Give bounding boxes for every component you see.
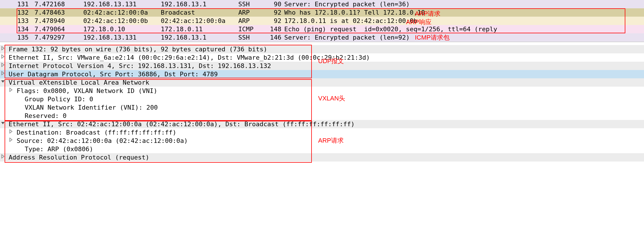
detail-row[interactable]: Address Resolution Protocol (request)	[0, 153, 644, 162]
packet-info: Server: Encrypted packet (len=92)	[284, 33, 644, 42]
packet-destination: 02:42:ac:12:00:0a	[161, 17, 238, 25]
packet-time: 7.479297	[34, 33, 83, 42]
detail-text: Internet Protocol Version 4, Src: 192.16…	[9, 62, 271, 70]
expand-icon[interactable]	[1, 154, 7, 161]
packet-row[interactable]: 1337.47894002:42:ac:12:00:0b02:42:ac:12:…	[0, 17, 644, 25]
packet-info: Who has 172.18.0.11? Tell 172.18.0.10	[284, 8, 644, 17]
collapse-icon[interactable]	[1, 79, 7, 86]
expand-icon[interactable]	[1, 63, 7, 69]
detail-row[interactable]: User Datagram Protocol, Src Port: 36886,…	[0, 70, 644, 78]
detail-row[interactable]: Group Policy ID: 0	[0, 95, 644, 103]
packet-protocol: ARP	[238, 17, 270, 25]
packet-info: Echo (ping) request id=0x0020, seq=1/256…	[284, 25, 644, 33]
svg-marker-2	[2, 63, 4, 67]
packet-protocol: SSH	[238, 0, 270, 8]
packet-row[interactable]: 1357.479297192.168.13.131192.168.13.1SSH…	[0, 33, 644, 42]
detail-row[interactable]: Internet Protocol Version 4, Src: 192.16…	[0, 62, 644, 70]
packet-row[interactable]: 1317.472168192.168.13.131192.168.13.1SSH…	[0, 0, 644, 8]
svg-marker-8	[10, 138, 12, 141]
detail-text: Group Policy ID: 0	[25, 95, 93, 103]
detail-text: Ethernet II, Src: VMware_6a:e2:14 (00:0c…	[9, 53, 370, 62]
packet-details-pane[interactable]: Frame 132: 92 bytes on wire (736 bits), …	[0, 42, 644, 162]
packet-source: 192.168.13.131	[83, 33, 161, 42]
packet-time: 7.478940	[34, 17, 83, 25]
packet-no: 134	[17, 25, 34, 33]
packet-source: 172.18.0.10	[83, 25, 161, 33]
detail-row[interactable]: Ethernet II, Src: VMware_6a:e2:14 (00:0c…	[0, 53, 644, 62]
detail-row[interactable]: Flags: 0x0800, VXLAN Network ID (VNI)	[0, 87, 644, 95]
packet-destination: Broadcast	[161, 8, 238, 17]
detail-row[interactable]: Type: ARP (0x0806)	[0, 145, 644, 153]
packet-row[interactable]: 1327.47846302:42:ac:12:00:0aBroadcastARP…	[0, 8, 644, 17]
packet-source: 02:42:ac:12:00:0a	[83, 8, 161, 17]
detail-row[interactable]: Virtual eXtensible Local Area Network	[0, 78, 644, 87]
expand-icon[interactable]	[9, 129, 16, 136]
detail-text: Reserved: 0	[25, 112, 67, 120]
packet-protocol: SSH	[238, 33, 270, 42]
packet-length: 148	[270, 25, 284, 33]
detail-text: Frame 132: 92 bytes on wire (736 bits), …	[9, 45, 267, 53]
detail-row[interactable]: Source: 02:42:ac:12:00:0a (02:42:ac:12:0…	[0, 137, 644, 145]
packet-length: 146	[270, 33, 284, 42]
packet-protocol: ARP	[238, 8, 270, 17]
packet-destination: 172.18.0.11	[161, 25, 238, 33]
indent-spacer	[17, 96, 24, 103]
indent-spacer	[17, 112, 24, 119]
expand-icon[interactable]	[9, 88, 16, 94]
packet-no: 131	[17, 0, 34, 8]
svg-marker-9	[2, 155, 4, 158]
packet-list[interactable]: 1317.472168192.168.13.131192.168.13.1SSH…	[0, 0, 644, 42]
detail-row[interactable]: VXLAN Network Identifier (VNI): 200	[0, 103, 644, 112]
svg-marker-1	[2, 55, 4, 58]
collapse-icon[interactable]	[1, 121, 7, 128]
detail-row[interactable]: Frame 132: 92 bytes on wire (736 bits), …	[0, 45, 644, 53]
svg-marker-6	[1, 122, 5, 124]
packet-info: Server: Encrypted packet (len=36)	[284, 0, 644, 8]
svg-marker-0	[2, 46, 4, 50]
packet-length: 92	[270, 17, 284, 25]
detail-row[interactable]: Reserved: 0	[0, 112, 644, 120]
packet-source: 02:42:ac:12:00:0b	[83, 17, 161, 25]
detail-text: Destination: Broadcast (ff:ff:ff:ff:ff:f…	[17, 128, 176, 137]
packet-protocol: ICMP	[238, 25, 270, 33]
packet-row[interactable]: 1347.479064172.18.0.10172.18.0.11ICMP148…	[0, 25, 644, 33]
expand-icon[interactable]	[9, 137, 16, 144]
svg-marker-5	[10, 88, 12, 92]
packet-time: 7.478463	[34, 8, 83, 17]
detail-text: VXLAN Network Identifier (VNI): 200	[25, 103, 158, 112]
detail-text: Type: ARP (0x0806)	[25, 145, 93, 153]
packet-source: 192.168.13.131	[83, 0, 161, 8]
expand-icon[interactable]	[1, 71, 7, 78]
detail-text: Ethernet II, Src: 02:42:ac:12:00:0a (02:…	[9, 120, 355, 128]
detail-text: Flags: 0x0800, VXLAN Network ID (VNI)	[17, 87, 157, 95]
detail-text: Address Resolution Protocol (request)	[9, 153, 149, 162]
indent-spacer	[17, 146, 24, 153]
packet-length: 90	[270, 0, 284, 8]
svg-marker-3	[2, 71, 4, 75]
packet-no: 132	[17, 8, 34, 17]
detail-text: User Datagram Protocol, Src Port: 36886,…	[9, 70, 218, 78]
packet-no: 135	[17, 33, 34, 42]
packet-time: 7.479064	[34, 25, 83, 33]
packet-destination: 192.168.13.1	[161, 0, 238, 8]
packet-no: 133	[17, 17, 34, 25]
packet-time: 7.472168	[34, 0, 83, 8]
detail-text: Source: 02:42:ac:12:00:0a (02:42:ac:12:0…	[17, 137, 188, 145]
detail-text: Virtual eXtensible Local Area Network	[9, 78, 149, 87]
expand-icon[interactable]	[1, 54, 7, 61]
packet-info: 172.18.0.11 is at 02:42:ac:12:00:0b	[284, 17, 644, 25]
detail-row[interactable]: Ethernet II, Src: 02:42:ac:12:00:0a (02:…	[0, 120, 644, 128]
expand-icon[interactable]	[1, 46, 7, 53]
detail-row[interactable]: Destination: Broadcast (ff:ff:ff:ff:ff:f…	[0, 128, 644, 137]
packet-destination: 192.168.13.1	[161, 33, 238, 42]
indent-spacer	[17, 104, 24, 111]
svg-marker-7	[10, 130, 12, 133]
svg-marker-4	[1, 80, 5, 83]
packet-length: 92	[270, 8, 284, 17]
